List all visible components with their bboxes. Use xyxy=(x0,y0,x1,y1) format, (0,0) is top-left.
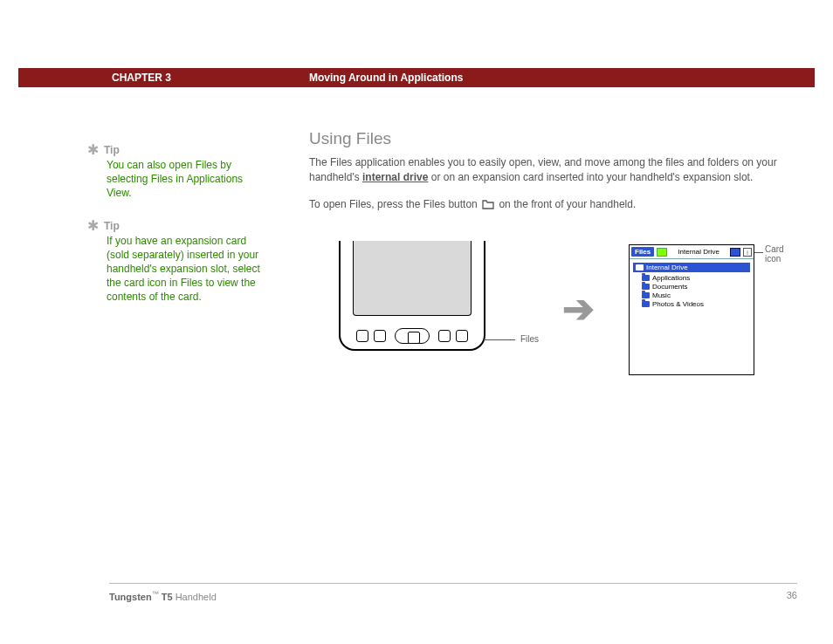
illustration-row: Files ➔ Files Internal Drive i Internal … xyxy=(309,241,798,380)
tip-label: Tip xyxy=(104,144,120,156)
files-callout-label: Files xyxy=(520,334,539,344)
product-name: Tungsten™ T5 Handheld xyxy=(109,590,217,602)
device-files-button-icon xyxy=(438,330,451,342)
card-icon-callout-label: Card icon xyxy=(765,244,798,264)
internal-drive-link[interactable]: internal drive xyxy=(362,171,428,183)
tip-block: ✱ Tip If you have an expansion card (sol… xyxy=(87,220,266,305)
para-text: To open Files, press the Files button xyxy=(309,198,480,210)
tips-sidebar: ✱ Tip You can also open Files by selecti… xyxy=(87,144,266,324)
footer-divider xyxy=(109,583,797,584)
folder-icon xyxy=(642,275,650,281)
files-folder-row: Photos & Videos xyxy=(642,300,750,308)
files-folder-row: Music xyxy=(642,291,750,299)
para-text: on the front of your handheld. xyxy=(496,198,636,210)
folder-label: Applications xyxy=(652,274,690,282)
files-folder-row: Documents xyxy=(642,283,750,291)
page-number: 36 xyxy=(787,590,797,602)
product-bold: Tungsten xyxy=(109,592,152,602)
info-icon: i xyxy=(743,248,752,257)
main-content: Using Files The Files application enable… xyxy=(309,129,798,225)
product-tail: Handheld xyxy=(173,592,217,602)
folder-label: Music xyxy=(652,291,671,299)
product-model: T5 xyxy=(159,592,173,602)
card-icon xyxy=(730,248,740,257)
trademark-symbol: ™ xyxy=(152,590,159,598)
tip-body: If you have an expansion card (sold sepa… xyxy=(107,234,266,305)
drive-icon xyxy=(636,264,644,271)
files-button-icon xyxy=(482,199,494,214)
callout-line xyxy=(754,252,763,253)
asterisk-icon: ✱ xyxy=(87,220,99,232)
folder-label: Documents xyxy=(652,283,687,291)
open-files-paragraph: To open Files, press the Files button on… xyxy=(309,197,798,214)
handheld-device-illustration xyxy=(339,241,485,351)
files-titlebar: Files Internal Drive i xyxy=(630,245,754,259)
selected-label: Internal Drive xyxy=(646,264,688,271)
folder-icon xyxy=(642,292,650,298)
intro-paragraph: The Files application enables you to eas… xyxy=(309,155,798,185)
device-button-icon xyxy=(456,330,468,342)
files-app-window: Files Internal Drive i Internal Drive Ap… xyxy=(629,244,754,375)
chapter-title: Moving Around in Applications xyxy=(309,72,463,84)
files-title-label: Files xyxy=(631,247,654,257)
device-nav-button-icon xyxy=(395,328,430,344)
chapter-header: CHAPTER 3 Moving Around in Applications xyxy=(18,68,815,87)
chapter-label: CHAPTER 3 xyxy=(112,72,171,84)
device-screen xyxy=(353,241,472,316)
callout-text: Card icon xyxy=(765,244,784,264)
folder-icon xyxy=(642,284,650,290)
folder-icon xyxy=(642,301,650,307)
page-footer: Tungsten™ T5 Handheld 36 xyxy=(109,590,797,602)
device-home-button-icon xyxy=(356,330,368,342)
callout-line xyxy=(484,339,515,340)
folder-label: Photos & Videos xyxy=(652,300,704,308)
tip-body: You can also open Files by selecting Fil… xyxy=(107,158,266,201)
para-text: or on an expansion card inserted into yo… xyxy=(428,171,753,183)
tip-label: Tip xyxy=(104,220,120,232)
device-button-icon xyxy=(374,330,386,342)
section-heading: Using Files xyxy=(309,129,798,148)
tip-block: ✱ Tip You can also open Files by selecti… xyxy=(87,144,266,201)
arrow-right-icon: ➔ xyxy=(562,286,595,331)
asterisk-icon: ✱ xyxy=(87,144,99,156)
files-status-icon xyxy=(657,248,667,257)
files-folder-row: Applications xyxy=(642,274,750,282)
files-selected-row: Internal Drive xyxy=(633,263,750,272)
drive-selector-label: Internal Drive xyxy=(670,248,727,256)
